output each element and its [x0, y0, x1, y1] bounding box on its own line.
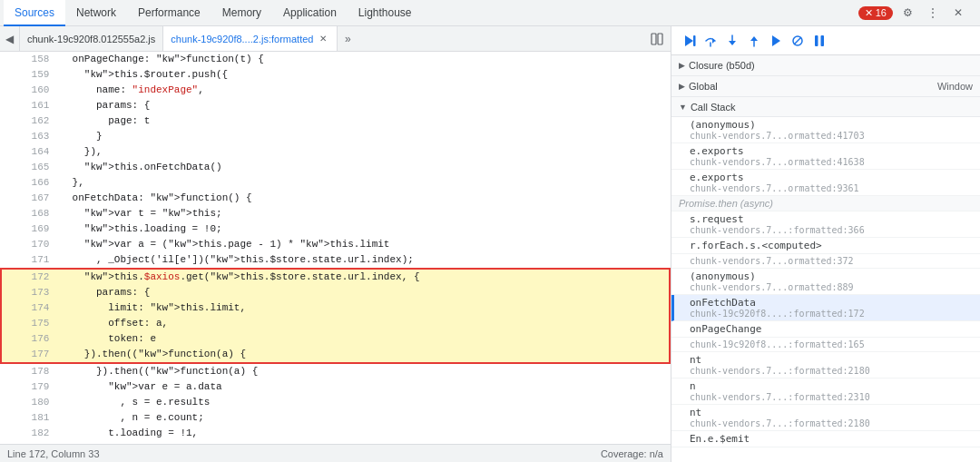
callstack-item[interactable]: nchunk-vendors.7...:formatted:2310 [671, 378, 980, 405]
settings-button[interactable]: ⚙ [897, 2, 918, 24]
error-badge[interactable]: ✕ 16 [858, 6, 893, 20]
status-bar: Line 172, Column 33 Coverage: n/a [0, 444, 671, 462]
line-code: }).then(("kw">function(a) { [56, 347, 670, 363]
callstack-item[interactable]: r.forEach.s.<computed> [671, 238, 980, 254]
line-number: 178 [1, 363, 56, 379]
deactivate-breakpoints-btn[interactable] [788, 31, 808, 51]
line-number: 183 [1, 441, 56, 444]
line-number: 166 [1, 175, 56, 191]
svg-rect-13 [815, 35, 818, 46]
debug-toolbar [671, 26, 980, 55]
tab-lighthouse[interactable]: Lighthouse [348, 0, 423, 26]
line-number: 175 [1, 316, 56, 331]
line-code: "kw">var e = a.data [56, 379, 670, 395]
line-number: 180 [1, 395, 56, 410]
callstack-item[interactable]: e.exportschunk-vendors.7...ormatted:9361 [671, 170, 980, 196]
callstack-item[interactable]: chunk-19c920f8....:formatted:165 [671, 338, 980, 352]
line-number: 168 [1, 206, 56, 221]
line-number: 171 [1, 252, 56, 269]
file-tab-1[interactable]: chunk-19c920f8....2.js:formatted ✕ [163, 26, 338, 52]
callstack-item[interactable]: onPageChange [671, 321, 980, 338]
tabs-right-controls: ✕ 16 ⚙ ⋮ ✕ [858, 2, 976, 24]
tab-application[interactable]: Application [272, 0, 348, 26]
line-number: 169 [1, 221, 56, 237]
resume-btn[interactable] [679, 31, 699, 51]
step-into-btn[interactable] [722, 31, 742, 51]
closure-chevron: ▶ [679, 61, 685, 70]
callstack-item[interactable]: Promise.then (async) [671, 196, 980, 211]
global-label: Global [689, 81, 718, 92]
callstack-item[interactable]: ntchunk-vendors.7...:formatted:2180 [671, 405, 980, 431]
line-code: }).then(("kw">function(a) { [56, 363, 670, 379]
pause-on-exceptions-btn[interactable] [809, 31, 829, 51]
callstack-chevron: ▼ [679, 103, 687, 112]
svg-rect-14 [821, 35, 825, 46]
file-tab-back-btn[interactable]: ◀ [0, 26, 20, 52]
file-tab-0[interactable]: chunk-19c920f8.012555a2.js [20, 26, 163, 52]
more-button[interactable]: ⋮ [922, 2, 944, 24]
line-code: onFetchData: "kw">function() { [56, 191, 670, 206]
global-header[interactable]: ▶ Global Window [671, 76, 980, 96]
line-code: params: { [56, 285, 670, 300]
line-number: 179 [1, 379, 56, 395]
close-devtools-button[interactable]: ✕ [947, 2, 969, 24]
step-out-btn[interactable] [744, 31, 764, 51]
debug-sections: ▶ Closure (b50d) ▶ Global Window ▼ Call … [671, 55, 980, 462]
callstack-item[interactable]: ntchunk-vendors.7...:formatted:2180 [671, 352, 980, 378]
line-number: 177 [1, 347, 56, 363]
svg-rect-3 [693, 35, 696, 46]
split-editor-btn[interactable] [643, 26, 671, 52]
line-number: 164 [1, 144, 56, 160]
file-tabs-right [643, 26, 671, 52]
callstack-label: Call Stack [691, 102, 736, 113]
line-number: 161 [1, 98, 56, 113]
tab-memory[interactable]: Memory [211, 0, 272, 26]
line-code: onPageChange: "kw">function(t) { [56, 52, 670, 67]
step-btn[interactable] [766, 31, 786, 51]
file-tab-1-close[interactable]: ✕ [317, 33, 329, 45]
line-number: 174 [1, 300, 56, 316]
callstack-item[interactable]: s.requestchunk-vendors.7...:formatted:36… [671, 211, 980, 238]
callstack-item[interactable]: (anonymous)chunk-vendors.7...ormatted:41… [671, 117, 980, 143]
line-code: t.loading = !1, [56, 426, 670, 441]
closure-section: ▶ Closure (b50d) [671, 55, 980, 76]
error-icon: ✕ [865, 7, 873, 19]
file-tabs-overflow-btn[interactable]: » [338, 26, 358, 52]
tab-network[interactable]: Network [65, 0, 127, 26]
devtools-tabs: Sources Network Performance Memory Appli… [0, 0, 980, 26]
svg-rect-1 [658, 34, 662, 44]
callstack-item[interactable]: chunk-vendors.7...ormatted:372 [671, 254, 980, 269]
code-panel: ◀ chunk-19c920f8.012555a2.js chunk-19c92… [0, 26, 671, 462]
callstack-header[interactable]: ▼ Call Stack [671, 97, 980, 117]
line-number: 173 [1, 285, 56, 300]
tab-sources[interactable]: Sources [4, 0, 65, 26]
tab-performance[interactable]: Performance [127, 0, 211, 26]
closure-header[interactable]: ▶ Closure (b50d) [671, 55, 980, 75]
callstack-section: ▼ Call Stack (anonymous)chunk-vendors.7.… [671, 97, 980, 447]
svg-marker-2 [685, 35, 693, 46]
line-code: limit: "kw">this.limit, [56, 300, 670, 316]
line-number: 172 [1, 269, 56, 285]
line-number: 176 [1, 331, 56, 347]
file-tab-1-label: chunk-19c920f8....2.js:formatted [171, 34, 313, 44]
callstack-item[interactable]: En.e.$emit [671, 431, 980, 447]
line-code: , n = e.count; [56, 410, 670, 426]
line-number: 159 [1, 67, 56, 83]
debugger-panel: ▶ Closure (b50d) ▶ Global Window ▼ Call … [671, 26, 980, 462]
svg-rect-0 [652, 34, 656, 44]
line-code: , s = e.results [56, 395, 670, 410]
file-tabs: ◀ chunk-19c920f8.012555a2.js chunk-19c92… [0, 26, 671, 52]
line-code: page: t [56, 113, 670, 129]
line-code: params: { [56, 98, 670, 113]
callstack-item[interactable]: (anonymous)chunk-vendors.7...ormatted:88… [671, 269, 980, 295]
cursor-position: Line 172, Column 33 [7, 448, 100, 459]
global-chevron: ▶ [679, 82, 685, 91]
callstack-item[interactable]: onFetchDatachunk-19c920f8....:formatted:… [671, 295, 980, 321]
line-number: 160 [1, 83, 56, 98]
line-code: token: e [56, 331, 670, 347]
callstack-item[interactable]: e.exportschunk-vendors.7...ormatted:4163… [671, 143, 980, 170]
line-code: "kw">this.$router.push({ [56, 67, 670, 83]
step-over-btn[interactable] [701, 31, 720, 51]
svg-marker-9 [750, 36, 758, 41]
code-editor[interactable]: 158 onPageChange: "kw">function(t) {159 … [0, 52, 671, 444]
